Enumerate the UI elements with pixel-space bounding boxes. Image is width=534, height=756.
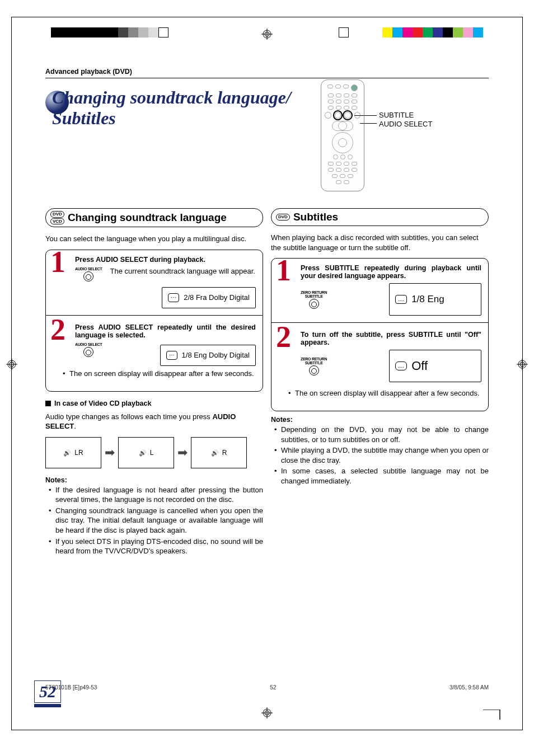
osd-display: ⋯ 1/8 Eng Dolby Digital xyxy=(160,345,256,366)
section-title-subtitles: DVD Subtitles xyxy=(271,208,489,226)
step-note: The on screen display will disappear aft… xyxy=(285,389,481,397)
note-item: If the desired language is not heard aft… xyxy=(45,485,263,505)
speaker-icon xyxy=(139,449,147,457)
section-header: Advanced playback (DVD) xyxy=(45,68,489,78)
speech-icon: ⋯ xyxy=(168,293,179,302)
notes-list: If the desired language is not heard aft… xyxy=(45,485,263,556)
disc-badge-icon: DVD xyxy=(276,214,290,220)
soundtrack-intro: You can select the language when you pla… xyxy=(45,234,263,244)
footer-meta: 5T80101B [E]p49-53 52 3/8/05, 9:58 AM xyxy=(45,684,489,691)
arrow-right-icon: ➡ xyxy=(177,445,188,460)
disc-badge-icon: DVDVCD xyxy=(50,211,64,224)
remote-label-audio-select: AUDIO SELECT xyxy=(379,120,432,128)
page-content: Advanced playback (DVD) Changing soundtr… xyxy=(12,68,522,556)
subtitle-button-icon: ZERO RETURN SUBTITLE xyxy=(301,290,327,309)
step-2: 2 To turn off the subtitle, press SUBTIT… xyxy=(278,331,481,397)
speech-icon: ⋯ xyxy=(166,351,177,360)
page-title: Changing soundtrack language/ Subtitles xyxy=(52,87,291,129)
footer-date: 3/8/05, 9:58 AM xyxy=(449,684,489,691)
right-column: DVD Subtitles When playing back a disc r… xyxy=(271,208,489,556)
section-title-soundtrack-label: Changing soundtrack language xyxy=(68,212,227,224)
registration-mark-top xyxy=(261,29,273,40)
page-title-line2: Subtitles xyxy=(52,108,116,128)
section-title-subtitles-label: Subtitles xyxy=(293,211,338,223)
speaker-icon xyxy=(63,449,71,457)
step2-title: Press AUDIO SELECT repeatedly until the … xyxy=(75,323,256,339)
note-item: If you select DTS in playing DTS-encoded… xyxy=(45,537,263,556)
subtitle-button-icon: ZERO RETURN SUBTITLE xyxy=(301,357,327,375)
crop-frame: Advanced playback (DVD) Changing soundtr… xyxy=(11,17,523,730)
cycle-box: R xyxy=(191,437,247,468)
subtitle-icon: .... xyxy=(395,295,407,304)
remote-label-subtitle: SUBTITLE xyxy=(379,111,414,119)
subtitle-off-icon: .... xyxy=(395,361,407,370)
step2-title: To turn off the subtitle, press SUBTITLE… xyxy=(301,331,481,346)
footer-file: 5T80101B [E]p49-53 xyxy=(45,684,97,691)
notes-list: Depending on the DVD, you may not be abl… xyxy=(271,425,489,486)
osd-display: ⋯ 2/8 Fra Dolby Digital xyxy=(162,287,256,308)
speaker-icon xyxy=(211,449,219,457)
footer-page: 52 xyxy=(270,684,277,691)
audio-select-button-icon: AUDIO SELECT xyxy=(75,342,102,357)
registration-mark-bottom xyxy=(261,707,273,719)
step1-title: Press SUBTITLE repeatedly during playbac… xyxy=(301,264,481,280)
osd-display: .... 1/8 Eng xyxy=(389,283,481,316)
audio-cycle-row: LR ➡ L ➡ R xyxy=(45,437,263,468)
note-item: Changing soundtrack language is cancelle… xyxy=(45,506,263,536)
osd-text: 2/8 Fra Dolby Digital xyxy=(184,293,250,302)
step-2: 2 Press AUDIO SELECT repeatedly until th… xyxy=(53,323,256,378)
subtitles-steps-box: 1 Press SUBTITLE repeatedly during playb… xyxy=(271,258,489,411)
step-number-icon: 1 xyxy=(276,255,291,285)
arrow-right-icon: ➡ xyxy=(105,445,115,460)
notes-title: Notes: xyxy=(271,416,489,424)
section-title-soundtrack: DVDVCD Changing soundtrack language xyxy=(45,208,263,227)
step-1: 1 Press AUDIO SELECT during playback. AU… xyxy=(53,256,256,316)
page-title-line1: Changing soundtrack language/ xyxy=(52,87,291,107)
step1-body: The current soundtrack language will app… xyxy=(110,267,255,275)
osd-text: 1/8 Eng Dolby Digital xyxy=(182,351,250,359)
step-number-icon: 1 xyxy=(50,247,65,277)
cycle-box: LR xyxy=(45,437,101,468)
note-item: Depending on the DVD, you may not be abl… xyxy=(271,425,489,444)
vcd-playback-heading: In case of Video CD playback xyxy=(45,400,263,407)
osd-display: .... Off xyxy=(389,350,481,382)
note-item: In some cases, a selected subtitle langu… xyxy=(271,466,489,486)
notes-title: Notes: xyxy=(45,476,263,484)
osd-text: 1/8 Eng xyxy=(411,294,444,305)
step-number-icon: 2 xyxy=(276,322,291,352)
vcd-playback-text: Audio type changes as follows each time … xyxy=(45,412,263,431)
square-bullet-icon xyxy=(45,401,51,406)
remote-body xyxy=(321,79,364,191)
left-column: DVDVCD Changing soundtrack language You … xyxy=(45,208,263,556)
audio-select-button-icon: AUDIO SELECT xyxy=(75,267,102,281)
remote-illustration: SUBTITLE AUDIO SELECT xyxy=(321,79,466,191)
step-1: 1 Press SUBTITLE repeatedly during playb… xyxy=(278,264,481,323)
subtitles-intro: When playing back a disc recorded with s… xyxy=(271,233,489,252)
step-number-icon: 2 xyxy=(50,314,65,345)
step-note: The on screen display will disappear aft… xyxy=(59,369,256,378)
step1-title: Press AUDIO SELECT during playback. xyxy=(75,256,256,264)
note-item: While playing a DVD, the subtitle may ch… xyxy=(271,445,489,465)
cycle-box: L xyxy=(118,437,174,468)
soundtrack-steps-box: 1 Press AUDIO SELECT during playback. AU… xyxy=(45,250,263,392)
osd-text: Off xyxy=(411,359,428,373)
corner-mark xyxy=(483,710,505,720)
